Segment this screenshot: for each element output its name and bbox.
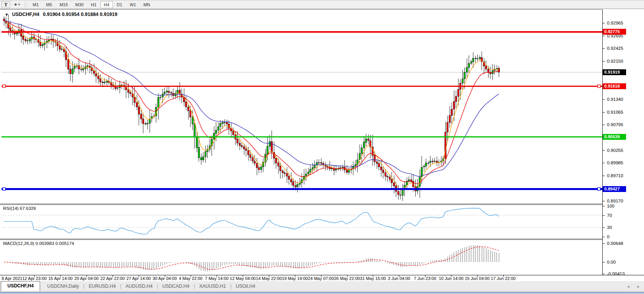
axis-tick-mark (603, 48, 605, 49)
time-axis-label: 8 Apr 2021 (2, 276, 22, 281)
tab-xauusd-h1[interactable]: XAUUSD,H1 (195, 282, 230, 291)
axis-tick-mark (603, 150, 605, 151)
price-axis-tick: 0.92150 (607, 59, 623, 63)
toolbar-grip[interactable] (24, 2, 26, 8)
timeframe-button-d1[interactable]: D1 (113, 1, 126, 8)
axis-tick-mark (603, 163, 605, 163)
time-axis-label: 15 Jun 04:00 (465, 276, 490, 281)
symbol-marker-icon: ▼ (5, 12, 9, 17)
line-handle (598, 85, 600, 88)
price-axis-tick: 0.90795 (607, 122, 623, 127)
text-tool-button[interactable]: T (2, 1, 10, 8)
time-axis-label: 20 Apr 04:00 (74, 276, 99, 281)
time-axis-label: 10 Jun 14:00 (439, 276, 464, 281)
axis-tick-mark (603, 61, 605, 62)
axis-tick-mark (603, 262, 605, 262)
chevron-down-icon: ▾ (18, 3, 20, 6)
time-axis-label: 30 Apr 04:00 (152, 276, 176, 281)
tab-scroll-arrows: ◄ ► (626, 285, 640, 289)
rsi-chart-canvas[interactable] (2, 205, 602, 239)
timeframe-button-h4[interactable]: H4 (101, 1, 113, 8)
axis-tick-mark (603, 201, 605, 201)
chart-tabs-bar: USDCHF,H4USDCNH,Daily|EURUSD,H4|AUDUSD,H… (0, 281, 644, 292)
timeframe-button-w1[interactable]: W1 (126, 1, 140, 8)
candlesticks[interactable] (3, 14, 500, 201)
moving-average-34[interactable] (4, 21, 499, 176)
time-axis-label: 19 May 14:00 (282, 276, 308, 281)
axis-tick-mark (603, 36, 605, 36)
macd-signal-line (4, 246, 499, 269)
price-badge-0.91919: 0.91919 (603, 69, 626, 75)
tab-audusd-h4[interactable]: AUDUSD,H4 (122, 282, 156, 291)
time-axis-label: 3 Jun 04:00 (388, 276, 411, 281)
rsi-axis-tick: 30 (607, 225, 612, 230)
rsi-label: RSI(14) 67.6326 (3, 206, 36, 211)
price-axis-tick: 0.89985 (607, 160, 623, 165)
timeframe-button-m1[interactable]: M1 (29, 1, 42, 8)
macd-axis-tick: 0.00 (607, 260, 616, 264)
timeframe-button-m5[interactable]: M5 (42, 1, 55, 8)
tab-usdcnh-daily[interactable]: USDCNH,Daily (43, 282, 83, 291)
chart-title-ohlc: 0.91904 0.91954 0.91884 0.91919 (43, 12, 117, 17)
toolbar: T ✦ ▾ M1M5M15M30H1H4D1W1MN (0, 0, 644, 9)
axis-tick-mark (603, 112, 605, 113)
macd-panel: MACD(12,26,9) 0.003983 0.005174 (0, 240, 644, 275)
price-chart-canvas[interactable] (2, 10, 602, 204)
axis-tick-mark (603, 237, 605, 237)
tab-usdchf-h4[interactable]: USDCHF,H4 (1, 281, 40, 291)
rsi-panel: RSI(14) 67.6326 (0, 205, 644, 239)
axis-tick-mark (603, 215, 605, 216)
price-axis-tick: 0.92425 (607, 46, 623, 51)
time-axis-label: 7 Jun 23:00 (414, 276, 436, 281)
time-axis-label: 27 Apr 14:00 (127, 276, 151, 281)
mt4-chart-window: T ✦ ▾ M1M5M15M30H1H4D1W1MN ▼ USDCHF,H4 0… (0, 0, 644, 294)
tab-usdcad-h4[interactable]: USDCAD,H4 (159, 282, 193, 291)
time-axis-label: 22 Apr 22:00 (101, 276, 125, 281)
macd-chart-canvas[interactable] (2, 240, 602, 275)
window-bottom-edge (0, 292, 644, 294)
rsi-axis-tick: 70 (607, 213, 612, 218)
price-badge-0.90539: 0.90539 (603, 134, 626, 140)
timeframe-button-mn[interactable]: MN (140, 1, 154, 8)
objects-dropdown-button[interactable]: ✦ ▾ (12, 1, 22, 9)
time-axis-label: 15 Apr 14:00 (48, 276, 72, 281)
objects-icon: ✦ (14, 2, 17, 7)
price-axis[interactable]: 0.929650.926950.924250.921500.913400.910… (602, 9, 644, 275)
timeframe-button-h1[interactable]: H1 (87, 1, 100, 8)
axis-tick-mark (603, 23, 605, 23)
tab-eurusd-h4[interactable]: EURUSD,H4 (85, 282, 120, 291)
macd-label: MACD(12,26,9) 0.003983 0.005174 (3, 241, 74, 246)
price-axis-tick: 0.92965 (607, 21, 623, 25)
rsi-line[interactable] (4, 208, 499, 234)
price-badge-0.91618: 0.91618 (603, 83, 626, 89)
time-axis-label: 12 May 04:00 (230, 276, 256, 281)
price-axis-tick: 0.90255 (607, 148, 623, 153)
axis-tick-mark (603, 176, 605, 176)
rsi-axis-tick: 0 (607, 234, 609, 239)
timeframe-toolbar: M1M5M15M30H1H4D1W1MN (29, 1, 154, 8)
price-axis-tick: 0.89170 (607, 199, 623, 203)
axis-tick-mark (603, 227, 605, 228)
tab-scroll-right-icon[interactable]: ► (637, 285, 640, 289)
moving-average-13[interactable] (4, 21, 499, 184)
time-axis-label: 26 May 22:00 (334, 276, 360, 281)
moving-average-5[interactable] (4, 21, 499, 190)
time-axis-label: 12 Apr 23:00 (22, 276, 46, 281)
price-axis-tick: 0.91065 (607, 110, 623, 114)
timeframe-button-m15[interactable]: M15 (56, 1, 71, 8)
axis-tick-mark (603, 206, 605, 206)
price-badge-0.89427: 0.89427 (603, 186, 626, 192)
time-axis-label: 14 May 22:00 (256, 276, 282, 281)
tab-usoil-h4[interactable]: USOil,H4 (232, 282, 259, 291)
macd-axis-tick: 0.00648 (607, 241, 623, 246)
chart-title: ▼ USDCHF,H4 0.91904 0.91954 0.91884 0.91… (5, 12, 117, 17)
time-axis-label: 4 May 22:00 (179, 276, 203, 281)
timeframe-button-m30[interactable]: M30 (72, 1, 87, 8)
time-axis-label: 17 Jun 22:00 (491, 276, 516, 281)
time-axis[interactable]: 8 Apr 202112 Apr 23:0015 Apr 14:0020 Apr… (0, 275, 644, 281)
tab-scroll-left-icon[interactable]: ◄ (626, 285, 630, 289)
time-axis-label: 24 May 07:00 (308, 276, 334, 281)
axis-tick-mark (603, 274, 605, 274)
time-axis-label: 7 May 14:00 (205, 276, 229, 281)
price-panel: ▼ USDCHF,H4 0.91904 0.91954 0.91884 0.91… (0, 9, 644, 204)
